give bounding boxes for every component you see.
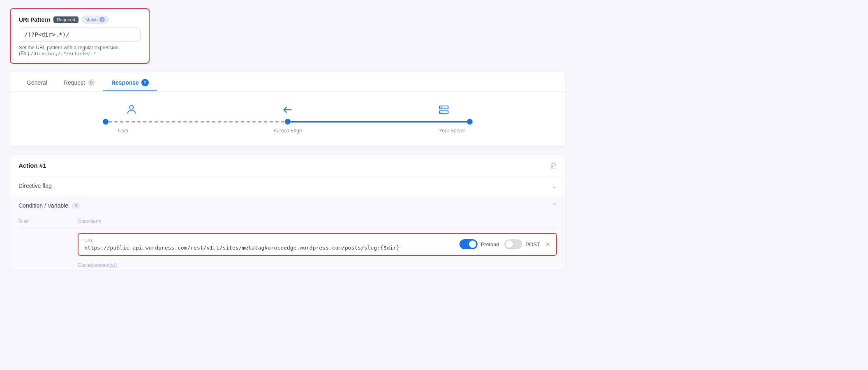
- action-title: Action #1: [18, 162, 46, 169]
- match-badge: Match i: [82, 16, 108, 23]
- col-rule-header: Rule: [18, 219, 68, 224]
- preload-toggle[interactable]: [459, 239, 478, 249]
- toggle-knob: [469, 240, 476, 248]
- response-badge: 1: [141, 79, 149, 86]
- url-controls: Preload POST ✕: [459, 239, 550, 249]
- tab-request[interactable]: Request 0: [55, 72, 103, 91]
- chevron-down-icon: ⌄: [552, 182, 557, 190]
- url-field-wrapper: URL https://public-api.wordpress.com/res…: [78, 233, 557, 256]
- post-label: POST: [526, 241, 540, 247]
- condition-badge: 1: [72, 203, 81, 208]
- post-toggle[interactable]: [504, 239, 522, 249]
- arrow-icon-wrapper: [152, 104, 423, 116]
- server-dot: [467, 119, 473, 125]
- uri-pattern-header: URI Pattern Required Match i: [19, 16, 141, 23]
- server-label: Your Server: [432, 128, 473, 134]
- uri-pattern-input[interactable]: [19, 28, 141, 42]
- url-label: URL: [84, 238, 451, 243]
- tabs-card: General Request 0 Response 1: [10, 72, 566, 146]
- svg-rect-2: [440, 106, 448, 109]
- line-user-kuroco: [108, 121, 285, 123]
- condition-table: Rule Conditions URL https://public-api.w…: [10, 215, 565, 270]
- user-icon-wrapper: [111, 104, 152, 116]
- flow-labels: User Kuroco Edge Your Server: [103, 128, 473, 134]
- uri-hint: Set the URL pattern with a regular expre…: [19, 45, 141, 56]
- col-conditions-header: Conditions: [78, 219, 101, 224]
- directive-flag-row[interactable]: Directive flag ⌄: [10, 176, 565, 196]
- line-kuroco-server: [291, 121, 467, 123]
- table-header: Rule Conditions: [18, 215, 557, 228]
- kuroco-dot: [285, 119, 291, 125]
- close-icon[interactable]: ✕: [545, 240, 550, 248]
- post-toggle-knob: [506, 240, 513, 248]
- uri-example-code: /directory/.*/article/.*: [31, 51, 96, 56]
- svg-point-0: [129, 106, 133, 109]
- info-icon: i: [99, 17, 105, 22]
- user-label: User: [103, 128, 144, 134]
- flow-line: [103, 119, 473, 125]
- uri-pattern-card: URI Pattern Required Match i Set the URL…: [10, 8, 150, 64]
- tab-general[interactable]: General: [18, 73, 55, 91]
- tabs-header: General Request 0 Response 1: [10, 72, 565, 92]
- chevron-up-icon: ⌃: [552, 202, 557, 210]
- required-badge: Required: [53, 16, 78, 23]
- post-toggle-wrapper: POST: [504, 239, 540, 249]
- condition-header[interactable]: Condition / Variable 1 ⌃: [10, 196, 565, 215]
- trash-icon[interactable]: [549, 162, 557, 169]
- action-header: Action #1: [10, 155, 565, 176]
- cache-label: Cache(second(s)): [18, 259, 557, 270]
- condition-title: Condition / Variable 1: [18, 202, 81, 209]
- request-badge: 0: [88, 79, 95, 86]
- tab-response[interactable]: Response 1: [103, 72, 157, 91]
- flow-diagram: User Kuroco Edge Your Server: [10, 92, 565, 146]
- preload-label: Preload: [481, 241, 499, 247]
- server-icon-wrapper: [423, 104, 464, 116]
- uri-pattern-label: URI Pattern: [19, 16, 50, 23]
- url-value: https://public-api.wordpress.com/rest/v1…: [84, 245, 451, 251]
- condition-variable-section: Condition / Variable 1 ⌃ Rule Conditions: [10, 196, 565, 270]
- user-dot: [103, 119, 108, 125]
- url-field-inner: URL https://public-api.wordpress.com/res…: [84, 238, 451, 251]
- svg-rect-3: [440, 111, 448, 113]
- url-row: URL https://public-api.wordpress.com/res…: [18, 228, 557, 259]
- action-card: Action #1 Directive flag ⌄ Condition / V…: [10, 155, 566, 271]
- preload-toggle-wrapper: Preload: [459, 239, 499, 249]
- directive-flag-label: Directive flag: [18, 183, 52, 189]
- kuroco-label: Kuroco Edge: [144, 128, 432, 134]
